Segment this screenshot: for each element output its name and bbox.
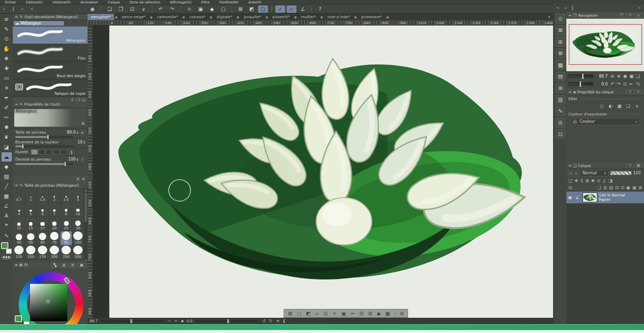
segment[interactable] bbox=[31, 149, 38, 155]
collapsed-palette-icon-1[interactable]: ⊙ bbox=[556, 14, 565, 24]
lock-icon[interactable]: ⊘ bbox=[81, 121, 85, 126]
layer-row-papier[interactable]: ◉ ∠ 100 % NormalPapier bbox=[566, 191, 644, 204]
brush-size-100[interactable]: 100 bbox=[72, 231, 84, 246]
layer-visibility-eye-icon[interactable]: ◉ bbox=[566, 195, 574, 200]
selection-border-icon[interactable]: ▢ bbox=[258, 5, 268, 13]
property-slider[interactable] bbox=[15, 145, 73, 147]
nav-rotate-icon[interactable]: ↶ bbox=[609, 82, 615, 86]
size-panel-footer-icon[interactable]: ▦ bbox=[78, 263, 86, 268]
snap-special-icon[interactable]: ✓ bbox=[287, 5, 296, 13]
property-slider[interactable] bbox=[15, 136, 73, 138]
blend-tool[interactable]: ☁ bbox=[1, 152, 12, 162]
property-option-button[interactable]: ⊘ bbox=[80, 130, 85, 135]
layer-list-empty-area[interactable] bbox=[566, 204, 644, 324]
invert-selection-icon[interactable]: ◩ bbox=[247, 5, 257, 13]
gradient-tool[interactable]: ▨ bbox=[1, 172, 12, 181]
layer-command-icon[interactable]: ▣ bbox=[632, 185, 637, 190]
value-spinner[interactable]: ▲▼ bbox=[77, 131, 78, 135]
selection-launcher-icon[interactable]: ⊟ bbox=[359, 311, 363, 316]
collapse-arrow-icon[interactable]: « bbox=[3, 7, 5, 11]
menu-affichagev[interactable]: Affichage(V) bbox=[170, 0, 191, 4]
clear-icon[interactable]: ☼ bbox=[184, 5, 194, 13]
collapsed-palette-icon-9[interactable]: ✎ bbox=[556, 106, 565, 116]
brush-size-30[interactable]: 30 bbox=[72, 217, 84, 231]
panel-menu-icon[interactable]: ≡ bbox=[15, 15, 18, 19]
collapse-arrow-icon[interactable]: < bbox=[30, 7, 34, 11]
selection-launcher-icon[interactable]: ⊞ bbox=[368, 311, 372, 316]
nav-rotate-icon[interactable]: ◷ bbox=[622, 82, 628, 86]
status-zoom-icon[interactable]: + bbox=[174, 319, 177, 323]
subtool-detail-icon[interactable]: ⊛ bbox=[82, 177, 85, 181]
selection-launcher-icon[interactable]: ▩ bbox=[385, 311, 390, 316]
navigation-header-tab-icon[interactable]: ❐ bbox=[618, 13, 625, 18]
tab-muflier[interactable]: muflier* bbox=[297, 14, 319, 20]
help-icon[interactable]: ? bbox=[315, 5, 325, 13]
nav-zoom-icon[interactable]: ⊖ bbox=[609, 74, 615, 79]
current-subtool-icon[interactable]: ✎ bbox=[1, 25, 12, 34]
size-panel-footer-icon[interactable]: ⊞ bbox=[69, 263, 77, 268]
move-layer-tool[interactable]: ✚ bbox=[1, 64, 12, 73]
property-slider[interactable] bbox=[15, 163, 73, 165]
fill-selection-icon[interactable]: ▣ bbox=[196, 5, 205, 13]
selection-tool[interactable]: ▭ bbox=[1, 74, 12, 83]
tab-primevere[interactable]: primevere* bbox=[358, 14, 385, 20]
segment[interactable] bbox=[46, 149, 53, 155]
status-rotate-icon[interactable]: ❮ bbox=[283, 319, 286, 323]
collapsed-palette-icon-11[interactable]: ⊡ bbox=[556, 129, 565, 139]
collapsed-palette-icon-7[interactable]: ⊞ bbox=[556, 83, 565, 93]
status-rotation-slider[interactable] bbox=[195, 320, 259, 322]
effect-icon[interactable]: ▩ bbox=[615, 103, 623, 109]
background-color-swatch[interactable] bbox=[6, 249, 12, 254]
layer-setting-icon[interactable]: ◫ bbox=[568, 178, 573, 183]
hand-tool[interactable]: ✋ bbox=[1, 44, 12, 54]
layer-setting-icon[interactable]: ⊘ bbox=[597, 178, 601, 183]
selection-launcher-icon[interactable]: ⊡ bbox=[323, 311, 327, 316]
panel-arrow-icon[interactable]: > bbox=[638, 6, 641, 10]
subtool-item-bout-des-doigts[interactable]: Bout des doigts bbox=[13, 62, 88, 80]
layer-properties-header-icon[interactable]: ↻ bbox=[635, 89, 642, 94]
blend-mode-select[interactable]: Normal∨ bbox=[580, 170, 609, 176]
selection-launcher-icon[interactable]: ▣ bbox=[341, 311, 346, 316]
brush-size-1.5[interactable]: 1.5 bbox=[37, 189, 49, 203]
app-logo-icon[interactable]: ◉ bbox=[88, 5, 97, 13]
layer-command-icon[interactable]: ▤ bbox=[609, 185, 613, 190]
layer-setting-icon[interactable]: ⊠ bbox=[585, 178, 589, 183]
status-zoom-slider[interactable] bbox=[101, 320, 165, 322]
tab-overflow-icon[interactable]: ▾ bbox=[548, 15, 553, 19]
effect-icon[interactable]: ❏ bbox=[624, 103, 632, 109]
collapsed-palette-icon-10[interactable]: ◎ bbox=[556, 118, 565, 128]
new-canvas-icon[interactable]: ❏ bbox=[105, 5, 115, 13]
brush-size-7[interactable]: 7 bbox=[49, 203, 60, 217]
brush-size-0.7[interactable]: 0.7 bbox=[13, 189, 25, 203]
brush-size-2[interactable]: 2 bbox=[49, 189, 60, 203]
brush-size-3[interactable]: 3 bbox=[72, 189, 84, 203]
brush-size-25[interactable]: 25 bbox=[60, 217, 72, 231]
brush-size-80[interactable]: 80 bbox=[60, 231, 72, 246]
navigation-header-tab-icon[interactable]: ◎ bbox=[635, 13, 642, 18]
nav-zoom-icon[interactable]: ▣ bbox=[628, 74, 635, 79]
foreground-color-swatch[interactable] bbox=[1, 242, 8, 249]
menu-aideh[interactable]: Aide(H) bbox=[248, 0, 261, 4]
collapsed-palette-icon-5[interactable]: ▩ bbox=[556, 60, 565, 70]
selection-launcher-icon[interactable]: ◆ bbox=[377, 311, 381, 316]
segment[interactable] bbox=[38, 149, 45, 155]
size-panel-footer-icon[interactable]: ▚ bbox=[51, 263, 59, 268]
layer-setting-icon[interactable]: ✱ bbox=[591, 178, 595, 183]
navigation-preview[interactable] bbox=[566, 19, 644, 71]
menu-editione[interactable]: Edition(E) bbox=[26, 0, 43, 4]
undo-icon[interactable]: ↶ bbox=[156, 5, 166, 13]
value-spinner[interactable]: ▲▼ bbox=[77, 158, 78, 162]
pencil-tool[interactable]: ✏ bbox=[1, 113, 12, 122]
selection-launcher-icon[interactable]: ☼ bbox=[332, 311, 337, 316]
brush-size-70[interactable]: 70 bbox=[49, 231, 60, 246]
tab-perceneige[interactable]: perce neige* bbox=[118, 14, 149, 20]
brush-size-300[interactable]: 300 bbox=[72, 246, 84, 260]
size-panel-footer-icon[interactable]: ▥ bbox=[60, 263, 68, 268]
panel-menu-icon[interactable]: ≡ bbox=[568, 13, 572, 18]
panel-menu-icon[interactable]: ≡ bbox=[568, 164, 572, 168]
panel-menu-icon[interactable]: ≡ bbox=[15, 263, 18, 267]
selection-launcher-icon[interactable]: ⊠ bbox=[288, 311, 292, 316]
layer-panel-header-icon[interactable]: ▩ bbox=[635, 163, 642, 168]
layer-command-icon[interactable]: ⊠ bbox=[638, 185, 642, 190]
brush-size-170[interactable]: 170 bbox=[37, 246, 49, 260]
